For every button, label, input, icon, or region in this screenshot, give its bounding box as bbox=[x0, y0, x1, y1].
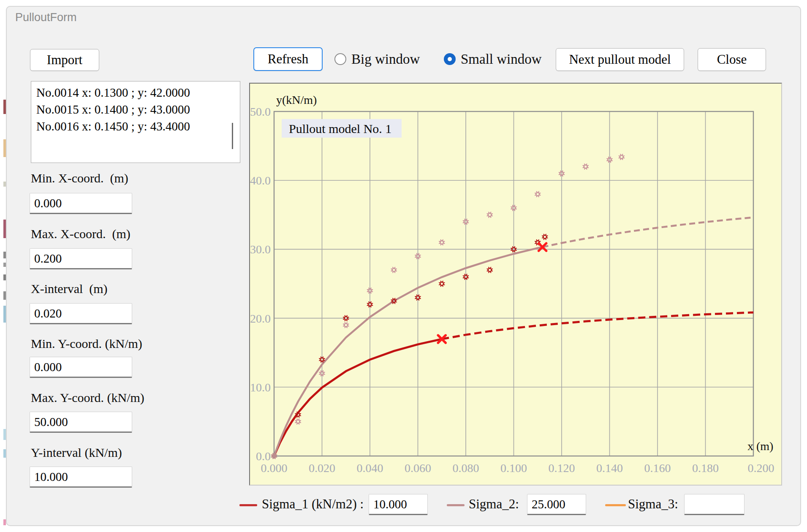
scatter-model-points bbox=[295, 234, 547, 418]
x-interval-label: X-interval (m) bbox=[31, 282, 108, 296]
sigma2-legend-swatch bbox=[447, 504, 465, 506]
x-tick-label: 0.180 bbox=[692, 461, 719, 475]
page-edge-artifact bbox=[3, 519, 6, 525]
x-tick-label: 0.020 bbox=[309, 461, 335, 475]
y-tick-label: 0.0 bbox=[256, 450, 271, 463]
max-x-label: Max. X-coord. (m) bbox=[31, 227, 130, 241]
y-tick-label: 10.0 bbox=[250, 381, 271, 394]
small-window-radio-label: Small window bbox=[461, 52, 542, 67]
next-pullout-model-button[interactable]: Next pullout model bbox=[556, 48, 684, 71]
min-x-input[interactable] bbox=[30, 193, 132, 214]
page-edge-artifact bbox=[3, 182, 6, 187]
grid-lines bbox=[274, 111, 753, 456]
x-tick-label: 0.200 bbox=[748, 461, 774, 475]
radio-selected-icon[interactable] bbox=[444, 53, 456, 65]
curve-dashed-segment bbox=[543, 217, 753, 247]
sigma2-value-input[interactable] bbox=[527, 494, 586, 515]
sigma1-legend-swatch bbox=[239, 504, 257, 506]
x-tick-label: 0.000 bbox=[261, 461, 288, 475]
page-edge-artifact bbox=[3, 274, 6, 280]
x-tick-label: 0.100 bbox=[500, 461, 527, 475]
page-edge-artifact bbox=[3, 429, 6, 440]
page-edge-artifact bbox=[3, 306, 6, 323]
radio-unselected-icon[interactable] bbox=[334, 53, 346, 65]
sigma3-value-input[interactable] bbox=[684, 494, 745, 515]
y-tick-label: 50.0 bbox=[250, 105, 271, 118]
list-item[interactable]: No.0014 x: 0.1300 ; y: 42.0000 bbox=[36, 84, 240, 101]
big-window-radio-label: Big window bbox=[351, 52, 420, 67]
curve-dashed-segment bbox=[442, 312, 753, 339]
x-tick-label: 0.160 bbox=[644, 461, 671, 475]
y-axis-title: y(kN/m) bbox=[276, 93, 317, 106]
x-tick-label: 0.080 bbox=[453, 461, 479, 475]
data-points-listbox[interactable]: No.0014 x: 0.1300 ; y: 42.0000 No.0015 x… bbox=[31, 81, 240, 163]
x-tick-label: 0.060 bbox=[405, 461, 431, 475]
sigma3-legend-label: Sigma_3: bbox=[628, 497, 678, 512]
y-interval-label: Y-interval (kN/m) bbox=[31, 445, 122, 460]
page-edge-artifact bbox=[3, 252, 6, 258]
page-edge-artifact bbox=[3, 449, 6, 458]
page-edge-artifact bbox=[3, 220, 6, 238]
x-tick-label: 0.140 bbox=[596, 461, 623, 475]
chart-panel: 0.0000.0200.0400.0600.0800.1000.1200.140… bbox=[249, 83, 782, 486]
x-cross-markers bbox=[438, 243, 546, 343]
x-interval-input[interactable] bbox=[30, 303, 132, 324]
scatter-measured-points bbox=[272, 154, 624, 459]
small-window-radio[interactable]: Small window bbox=[444, 52, 542, 67]
max-x-input[interactable] bbox=[30, 248, 132, 269]
page-edge-artifact bbox=[3, 263, 6, 267]
list-item[interactable]: No.0015 x: 0.1400 ; y: 43.0000 bbox=[36, 101, 240, 118]
page-edge-artifact bbox=[3, 291, 6, 300]
min-y-input[interactable] bbox=[30, 357, 132, 378]
min-x-label: Min. X-coord. (m) bbox=[31, 171, 128, 185]
x-tick-label: 0.120 bbox=[549, 461, 575, 475]
refresh-button[interactable]: Refresh bbox=[253, 47, 323, 71]
y-tick-label: 20.0 bbox=[250, 312, 271, 325]
big-window-radio[interactable]: Big window bbox=[334, 52, 420, 67]
listbox-scrollbar-thumb[interactable] bbox=[232, 123, 233, 149]
close-button[interactable]: Close bbox=[698, 48, 766, 71]
page-edge-artifact bbox=[3, 100, 6, 114]
curve-solid-segment bbox=[274, 247, 543, 456]
y-interval-input[interactable] bbox=[30, 467, 132, 488]
min-y-label: Min. Y-coord. (kN/m) bbox=[31, 337, 142, 351]
x-axis-title: x (m) bbox=[747, 440, 773, 453]
pullout-chart: 0.0000.0200.0400.0600.0800.1000.1200.140… bbox=[250, 84, 781, 485]
sigma3-legend-swatch bbox=[605, 504, 626, 506]
chart-title: Pullout model No. 1 bbox=[289, 122, 391, 136]
page-edge-artifact bbox=[3, 139, 6, 157]
curve-solid-segment bbox=[274, 339, 442, 456]
list-item[interactable]: No.0016 x: 0.1450 ; y: 43.4000 bbox=[36, 118, 240, 135]
y-tick-label: 40.0 bbox=[250, 174, 271, 187]
sigma2-legend-label: Sigma_2: bbox=[469, 497, 519, 512]
tick-labels: 0.0000.0200.0400.0600.0800.1000.1200.140… bbox=[250, 105, 774, 475]
max-y-input[interactable] bbox=[30, 412, 132, 433]
import-button[interactable]: Import bbox=[30, 49, 99, 71]
sigma1-value-input[interactable] bbox=[369, 494, 428, 515]
window-title: PulloutForm bbox=[15, 11, 77, 24]
x-tick-label: 0.040 bbox=[357, 461, 383, 475]
sigma1-legend-label: Sigma_1 (kN/m2) : bbox=[262, 497, 364, 512]
max-y-label: Max. Y-coord. (kN/m) bbox=[31, 391, 144, 405]
y-tick-label: 30.0 bbox=[250, 243, 271, 256]
